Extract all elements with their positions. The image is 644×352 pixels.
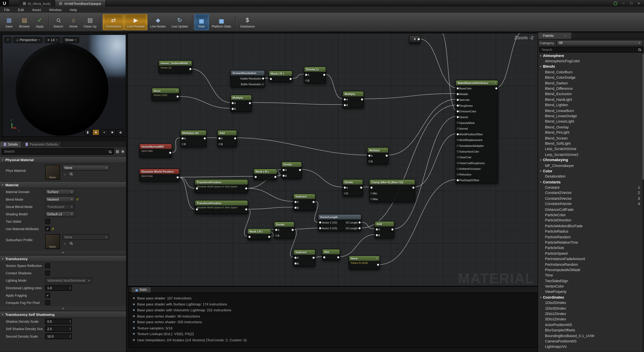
input-pin[interactable] [456, 122, 458, 124]
palette-item-particlemotionblurfade[interactable]: ParticleMotionBlurFade [538, 223, 642, 229]
material-graph-canvas[interactable]: MATERIAL 0mtoon_OutlineWidth▼Param (0)Sc… [127, 33, 538, 286]
input-pin[interactable] [275, 229, 277, 231]
tab-parameter-defaults[interactable]: Parameter Defaults [22, 142, 62, 147]
spin-down-icon[interactable]: ▼ [70, 336, 71, 338]
dropdown-lighting-mode[interactable]: Volumetric NonDirectional▼ [45, 278, 92, 283]
output-pin[interactable] [412, 186, 414, 188]
palette-category-coordinates[interactable]: ▼Coordinates [538, 295, 642, 300]
close-icon[interactable]: × [638, 1, 640, 5]
graph-node-add[interactable]: AddAB [217, 130, 237, 147]
palette-item-camerapositionws[interactable]: CameraPositionWS [538, 339, 642, 344]
palette-item-blursampleoffsets[interactable]: BlurSampleOffsets [538, 328, 642, 333]
graph-node-absolute-world-position[interactable]: Absolute World PositionInput Data [139, 169, 180, 182]
graph-node-divide[interactable]: DivideAB [282, 162, 302, 179]
preview-viewport[interactable]: ▼◇Perspective▼☀Lit▼Show▼ z x ▮●◖■◈ [2, 34, 126, 137]
graph-node-abs[interactable]: Abs [322, 249, 340, 261]
palette-item-blend-linearburn[interactable]: Blend_LinearBurn [538, 108, 642, 113]
input-pin[interactable] [456, 179, 458, 181]
section-header-material[interactable]: ▼Material [0, 181, 126, 188]
palette-category-constants[interactable]: ▼Constants [538, 179, 642, 185]
reset-to-default-icon[interactable]: ↺ [51, 227, 54, 231]
input-pin[interactable] [196, 187, 198, 189]
output-pin[interactable] [245, 187, 247, 189]
output-pin[interactable] [292, 229, 294, 231]
output-pin[interactable] [262, 83, 264, 85]
dropdown-shading-model[interactable]: Default Lit▼ [45, 211, 75, 217]
maximize-icon[interactable]: □ [630, 1, 632, 5]
output-pin[interactable] [249, 102, 251, 104]
output-pin[interactable] [358, 221, 360, 223]
checkbox-compute-fog-per-pixel[interactable] [45, 300, 50, 305]
palette-item-blend-lineardodge[interactable]: Blend_LinearDodge [538, 113, 642, 119]
input-pin[interactable] [456, 127, 458, 129]
graph-node-screenresolution[interactable]: ScreenResolutionVisible ResolutionBuffer… [230, 70, 265, 87]
palette-item-3dto1dindex[interactable]: 3Dto1DIndex [538, 317, 642, 322]
palette-item-lerp-scratchgrime[interactable]: Lerp_ScratchGrime [538, 146, 642, 152]
input-pin[interactable] [456, 93, 458, 95]
input-pin[interactable] [368, 154, 370, 157]
graph-node-subtract[interactable]: SubtractAB [293, 193, 316, 211]
use-selected-arrow-icon[interactable]: ← [63, 241, 67, 245]
mesh-button-custom-mesh-icon[interactable]: ◈ [117, 129, 124, 135]
viewport-options-button[interactable]: ▼ [4, 37, 12, 43]
toolbar-button-browse[interactable]: ▤Browse [16, 14, 32, 30]
input-pin[interactable] [181, 137, 183, 139]
graph-node-mtoon-outlinewidth[interactable]: mtoon_OutlineWidth▼Param (0) [158, 60, 192, 73]
section-expander[interactable]: ▼ [0, 251, 126, 255]
toolbar-button-save[interactable]: ▦Save [2, 14, 16, 30]
output-pin[interactable] [361, 98, 363, 100]
window-tab-m-alicia-body[interactable]: M_Alicia_body [19, 0, 55, 6]
input-pin[interactable] [294, 201, 296, 203]
input-pin[interactable] [282, 169, 284, 171]
spinner-self-shadow-density-sca[interactable]: 2.0▲▼ [45, 326, 72, 332]
input-pin[interactable] [456, 168, 458, 170]
graph-node-none[interactable]: None▼Param (0.1633) [349, 256, 380, 269]
output-pin[interactable] [169, 152, 171, 154]
input-pin[interactable] [270, 78, 272, 80]
output-pin[interactable] [391, 228, 393, 230]
input-pin[interactable] [370, 198, 372, 200]
toolbar-button-clean-up[interactable]: ▧Clean Up [81, 14, 100, 30]
palette-item-blend-lighten[interactable]: Blend_Lighten [538, 102, 642, 108]
checkbox-screen-space-reflection[interactable] [45, 263, 50, 268]
toolbar-button-connectors[interactable]: ⇄Connectors [103, 14, 124, 30]
input-pin[interactable] [370, 186, 372, 188]
section-expander[interactable]: ▼ [0, 306, 126, 311]
graph-node-mask-b[interactable]: Mask ( B ) [247, 228, 271, 240]
view-options-eye-icon[interactable]: ◉ [121, 150, 124, 153]
palette-item-time[interactable]: Time [538, 273, 642, 278]
tab-stats[interactable]: ▅ Stats [131, 287, 152, 292]
palette-item-viewproperty[interactable]: ViewProperty [538, 289, 642, 295]
input-pin[interactable] [456, 150, 458, 152]
input-pin[interactable] [344, 186, 346, 188]
graph-node-multiply[interactable]: MultiplyAB [342, 91, 364, 108]
input-pin[interactable] [323, 256, 325, 258]
menu-file[interactable]: File [0, 7, 14, 11]
asset-dropdown[interactable]: None▼ [62, 165, 109, 171]
input-pin[interactable] [344, 104, 346, 106]
output-pin[interactable] [386, 154, 388, 157]
output-pin[interactable] [204, 137, 206, 139]
input-pin[interactable] [456, 139, 458, 141]
toolbar-button-live-update[interactable]: ↻Live Update [168, 14, 191, 30]
menu-window[interactable]: Window [45, 7, 66, 11]
input-pin[interactable] [294, 262, 296, 264]
palette-item-particlerandom[interactable]: ParticleRandom [538, 234, 642, 240]
browse-asset-icon[interactable] [70, 172, 72, 176]
input-pin[interactable] [376, 234, 378, 236]
input-pin[interactable] [456, 116, 458, 118]
spin-down-icon[interactable]: ▼ [70, 322, 71, 323]
spinner-shadow-density-scale[interactable]: 0.5▲▼ [45, 319, 72, 324]
output-pin[interactable] [337, 256, 339, 258]
palette-item-particleradius[interactable]: ParticleRadius [538, 229, 642, 234]
graph-node-0[interactable]: 0 [409, 35, 420, 43]
palette-category-chromakeying[interactable]: ▼Chromakeying [538, 157, 642, 163]
tab-palette[interactable]: Palette ▼ [538, 32, 571, 39]
input-pin[interactable] [232, 102, 234, 104]
input-pin[interactable] [456, 99, 458, 101]
input-pin[interactable] [456, 162, 458, 164]
toolbar-button-search[interactable]: Search [50, 14, 66, 30]
graph-node-none[interactable]: None▼Param (200) [152, 88, 180, 101]
input-pin[interactable] [254, 176, 256, 178]
output-pin[interactable] [312, 201, 314, 203]
